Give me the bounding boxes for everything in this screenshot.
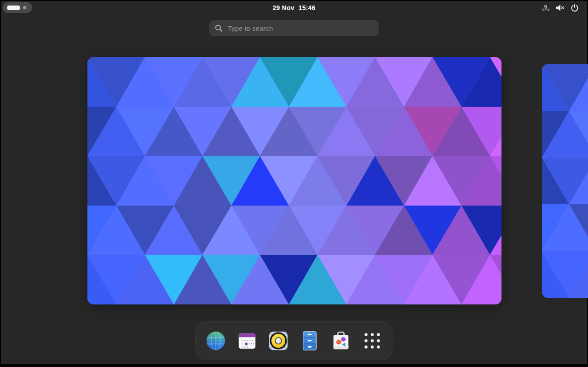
network-unknown-icon: ? xyxy=(542,4,550,12)
calendar-icon xyxy=(236,330,258,351)
wallpaper-workspace-2 xyxy=(542,64,588,298)
wallpaper-workspace-1 xyxy=(87,57,502,304)
workspace-thumbnail-1[interactable] xyxy=(87,57,502,304)
clock-date: 29 Nov xyxy=(273,4,294,11)
file-cabinet-icon xyxy=(299,330,320,351)
clock-time: 15:46 xyxy=(299,4,316,11)
dock-show-apps[interactable] xyxy=(362,330,383,351)
software-bag-icon xyxy=(330,330,352,351)
inactive-workspace-dot[interactable] xyxy=(23,6,26,9)
search-input[interactable] xyxy=(227,24,373,33)
workspace-indicator-pill[interactable] xyxy=(3,2,32,13)
clock-button[interactable]: 29 Nov 15:46 xyxy=(268,1,320,15)
dock-app-software[interactable] xyxy=(330,330,352,351)
volume-muted-icon xyxy=(556,4,565,11)
top-bar: 29 Nov 15:46 ? xyxy=(1,1,587,15)
speaker-music-icon xyxy=(268,330,289,351)
dock-app-web[interactable] xyxy=(205,330,226,351)
search-icon xyxy=(215,24,223,32)
app-grid-icon xyxy=(362,330,383,351)
dock-app-music[interactable] xyxy=(268,330,289,351)
workspace-thumbnail-2[interactable] xyxy=(542,64,588,298)
search-field[interactable] xyxy=(209,20,379,36)
quick-settings-button[interactable]: ? xyxy=(539,1,582,15)
dash-dock xyxy=(195,321,392,360)
dock-app-calendar[interactable] xyxy=(236,330,258,351)
gnome-activities-overview: 29 Nov 15:46 ? xyxy=(0,0,588,367)
dock-app-files[interactable] xyxy=(299,330,320,351)
power-icon xyxy=(571,4,579,12)
svg-text:?: ? xyxy=(544,5,548,11)
web-globe-icon xyxy=(205,330,226,351)
active-workspace-dot[interactable] xyxy=(7,6,20,10)
